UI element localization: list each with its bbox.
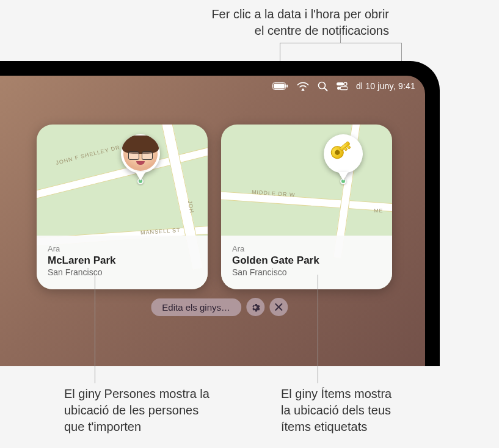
callout-items-widget: El giny Ítems mostra la ubicació dels te…: [281, 386, 452, 435]
callout-text-line: el centre de notificacions: [0, 23, 389, 39]
widget-location-subtitle: San Francisco: [232, 267, 381, 277]
pin-stem: [338, 172, 348, 181]
edit-widgets-button[interactable]: Edita els ginys…: [151, 298, 241, 316]
widget-footer: Ara McLaren Park San Francisco: [37, 236, 208, 289]
battery-icon[interactable]: [272, 82, 288, 90]
search-icon[interactable]: [318, 81, 328, 92]
gear-icon: [250, 302, 261, 313]
callout-text-line: El giny Ítems mostra: [281, 386, 452, 402]
map-road-label: ME: [374, 208, 384, 214]
menubar-datetime[interactable]: dl 10 juny, 9:41: [356, 81, 415, 91]
control-center-icon[interactable]: [337, 82, 348, 90]
svg-rect-8: [340, 87, 348, 90]
person-location-pin[interactable]: [121, 134, 160, 184]
svg-point-4: [318, 82, 325, 89]
callout-text-line: El giny Persones mostra la: [64, 386, 247, 402]
callout-connector: [95, 275, 95, 383]
svg-point-3: [302, 88, 304, 90]
pin-avatar: [121, 134, 160, 173]
svg-rect-1: [274, 84, 285, 89]
widget-footer: Ara Golden Gate Park San Francisco: [221, 236, 392, 289]
widget-close-button[interactable]: [269, 298, 288, 316]
pin-item-icon: [324, 134, 363, 173]
callout-text-line: ítems etiquetats: [281, 419, 452, 435]
callout-text-line: la ubicació dels teus: [281, 402, 452, 419]
callout-connector: [280, 43, 402, 61]
callout-text-line: que t'importen: [64, 419, 247, 435]
svg-line-5: [324, 88, 327, 90]
device-bezel: dl 10 juny, 9:41 JOHN F SHELLEY DR MANSE…: [0, 61, 440, 366]
widget-timestamp: Ara: [232, 244, 381, 253]
widgets-row: JOHN F SHELLEY DR MANSELL ST JOH: [37, 125, 392, 289]
callout-text-line: ubicació de les persones: [64, 402, 247, 419]
map-road: [221, 190, 392, 214]
callout-notification-center: Fer clic a la data i l'hora per obrir el…: [0, 6, 389, 39]
svg-point-9: [337, 87, 340, 90]
pin-stem: [136, 172, 145, 181]
widget-edit-bar: Edita els ginys…: [151, 298, 288, 316]
item-location-pin[interactable]: [324, 134, 363, 184]
widget-location-title: McLaren Park: [48, 255, 197, 267]
widget-settings-button[interactable]: [246, 298, 264, 316]
menu-bar: dl 10 juny, 9:41: [0, 76, 425, 96]
widget-location-title: Golden Gate Park: [232, 255, 381, 267]
svg-rect-2: [286, 85, 288, 88]
find-my-items-widget[interactable]: MIDDLE DR W ME: [221, 125, 392, 289]
avatar-face-icon: [123, 137, 158, 171]
wifi-icon[interactable]: [297, 82, 309, 91]
map-road-label: JOHN F SHELLEY DR: [55, 144, 120, 166]
close-icon: [274, 303, 283, 311]
desktop-wallpaper: dl 10 juny, 9:41 JOHN F SHELLEY DR MANSE…: [0, 76, 425, 366]
key-icon: [329, 139, 358, 168]
callout-connector: [318, 275, 318, 383]
widget-timestamp: Ara: [48, 244, 197, 253]
widget-location-subtitle: San Francisco: [48, 267, 197, 277]
svg-rect-6: [337, 82, 344, 85]
callout-people-widget: El giny Persones mostra la ubicació de l…: [64, 386, 247, 435]
find-my-people-widget[interactable]: JOHN F SHELLEY DR MANSELL ST JOH: [37, 125, 208, 289]
callout-text-line: Fer clic a la data i l'hora per obrir: [0, 6, 389, 23]
svg-point-7: [344, 82, 347, 85]
callout-connector: [340, 34, 341, 43]
